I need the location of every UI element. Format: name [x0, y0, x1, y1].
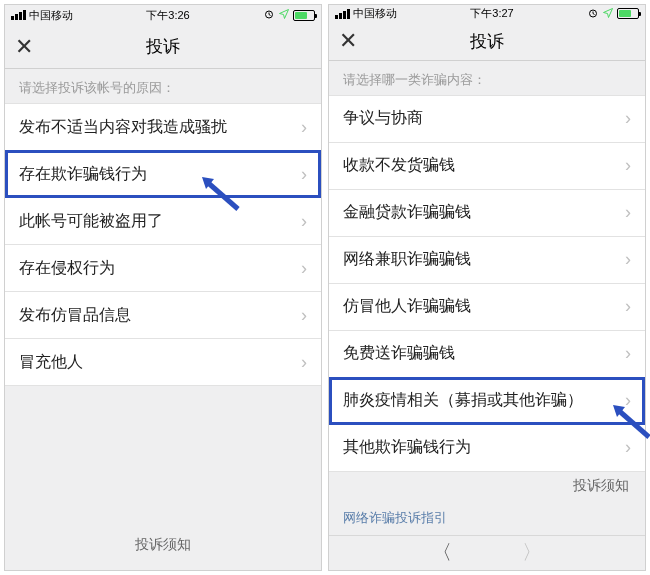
phone-screen-left: 中国移动 下午3:26 ✕ 投诉 请选择投诉该帐号的原因： 发布不适当内容对我造… [4, 4, 322, 571]
chevron-right-icon: › [301, 164, 307, 185]
list-item[interactable]: 收款不发货骗钱 › [329, 142, 645, 190]
carrier-label: 中国移动 [29, 8, 73, 23]
chevron-right-icon: › [301, 352, 307, 373]
page-forward-button[interactable]: 〉 [522, 539, 542, 566]
fraud-type-list: 争议与协商 › 收款不发货骗钱 › 金融贷款诈骗骗钱 › 网络兼职诈骗骗钱 › … [329, 95, 645, 471]
chevron-right-icon: › [625, 155, 631, 176]
list-item[interactable]: 发布不适当内容对我造成骚扰 › [5, 103, 321, 151]
page-back-button[interactable]: 〈 [432, 539, 452, 566]
complaint-notice-link[interactable]: 投诉须知 [5, 520, 321, 570]
section-hint: 请选择哪一类诈骗内容： [329, 61, 645, 95]
list-item-label: 发布不适当内容对我造成骚扰 [19, 117, 227, 138]
battery-icon [293, 10, 315, 21]
list-item[interactable]: 免费送诈骗骗钱 › [329, 330, 645, 378]
clock: 下午3:27 [470, 6, 513, 21]
list-item[interactable]: 网络兼职诈骗骗钱 › [329, 236, 645, 284]
list-item-label: 存在欺诈骗钱行为 [19, 164, 147, 185]
fraud-guide-link[interactable]: 网络诈骗投诉指引 [329, 501, 645, 535]
list-item[interactable]: 发布仿冒品信息 › [5, 291, 321, 339]
signal-icon [335, 9, 350, 19]
list-item-label: 其他欺诈骗钱行为 [343, 437, 471, 458]
list-item-label: 存在侵权行为 [19, 258, 115, 279]
complaint-notice-link[interactable]: 投诉须知 [329, 471, 645, 501]
list-item[interactable]: 此帐号可能被盗用了 › [5, 197, 321, 245]
list-item-label: 争议与协商 [343, 108, 423, 129]
page-title: 投诉 [470, 30, 504, 53]
list-item-label: 金融贷款诈骗骗钱 [343, 202, 471, 223]
list-item-label: 收款不发货骗钱 [343, 155, 455, 176]
list-item-label: 发布仿冒品信息 [19, 305, 131, 326]
list-item-label: 冒充他人 [19, 352, 83, 373]
pointer-arrow [198, 173, 244, 217]
carrier-label: 中国移动 [353, 6, 397, 21]
chevron-right-icon: › [625, 296, 631, 317]
chevron-right-icon: › [625, 249, 631, 270]
chevron-right-icon: › [301, 211, 307, 232]
list-item-label: 仿冒他人诈骗骗钱 [343, 296, 471, 317]
signal-icon [11, 10, 26, 20]
phone-screen-right: 中国移动 下午3:27 ✕ 投诉 请选择哪一类诈骗内容： 争议与协商 › [328, 4, 646, 571]
nav-bar: ✕ 投诉 [5, 25, 321, 69]
status-bar: 中国移动 下午3:26 [5, 5, 321, 25]
list-item-label: 网络兼职诈骗骗钱 [343, 249, 471, 270]
pager: 〈 〉 [329, 535, 645, 570]
chevron-right-icon: › [625, 108, 631, 129]
list-item-epidemic-fraud[interactable]: 肺炎疫情相关（募捐或其他诈骗） › [329, 377, 645, 425]
clock: 下午3:26 [146, 8, 189, 23]
list-item[interactable]: 冒充他人 › [5, 338, 321, 386]
list-item-label: 免费送诈骗骗钱 [343, 343, 455, 364]
battery-icon [617, 8, 639, 19]
close-icon[interactable]: ✕ [339, 28, 357, 54]
list-item[interactable]: 争议与协商 › [329, 95, 645, 143]
section-hint: 请选择投诉该帐号的原因： [5, 69, 321, 103]
list-item[interactable]: 存在侵权行为 › [5, 244, 321, 292]
list-item[interactable]: 仿冒他人诈骗骗钱 › [329, 283, 645, 331]
chevron-right-icon: › [301, 305, 307, 326]
page-title: 投诉 [146, 35, 180, 58]
alarm-icon [263, 8, 275, 22]
chevron-right-icon: › [625, 343, 631, 364]
list-item-label: 此帐号可能被盗用了 [19, 211, 163, 232]
pointer-arrow [609, 401, 650, 445]
complaint-reason-list: 发布不适当内容对我造成骚扰 › 存在欺诈骗钱行为 › 此帐号可能被盗用了 › 存… [5, 103, 321, 385]
list-item-label: 肺炎疫情相关（募捐或其他诈骗） [343, 390, 583, 411]
chevron-right-icon: › [301, 117, 307, 138]
location-icon [278, 8, 290, 22]
list-item[interactable]: 金融贷款诈骗骗钱 › [329, 189, 645, 237]
side-by-side-container: 中国移动 下午3:26 ✕ 投诉 请选择投诉该帐号的原因： 发布不适当内容对我造… [0, 0, 650, 575]
list-item-fraud[interactable]: 存在欺诈骗钱行为 › [5, 150, 321, 198]
status-bar: 中国移动 下午3:27 [329, 5, 645, 22]
list-item[interactable]: 其他欺诈骗钱行为 › [329, 424, 645, 472]
chevron-right-icon: › [625, 202, 631, 223]
nav-bar: ✕ 投诉 [329, 22, 645, 61]
close-icon[interactable]: ✕ [15, 34, 33, 60]
chevron-right-icon: › [301, 258, 307, 279]
alarm-icon [587, 7, 599, 21]
location-icon [602, 7, 614, 21]
